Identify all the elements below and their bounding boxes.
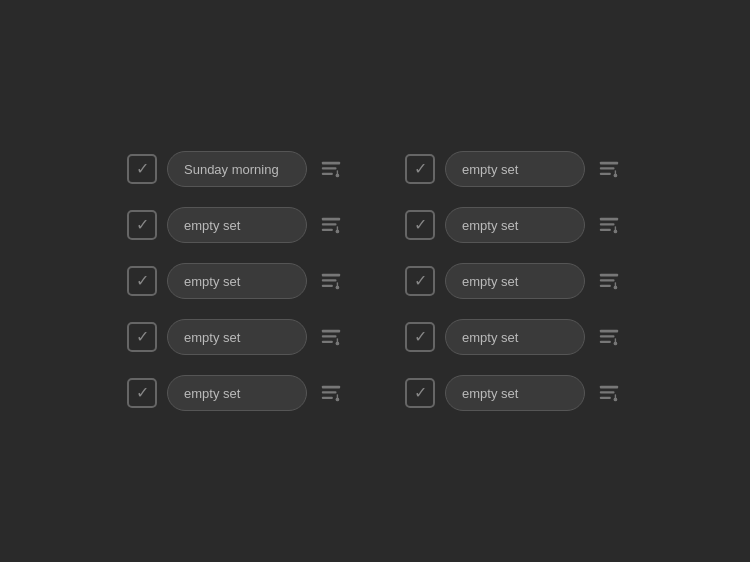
- label-field-4[interactable]: empty set: [445, 207, 585, 243]
- list-item-10: ✓ empty set: [405, 375, 623, 411]
- check-icon-1: ✓: [136, 161, 149, 177]
- svg-rect-35: [600, 330, 618, 333]
- svg-rect-7: [600, 173, 611, 175]
- label-text-10: empty set: [462, 386, 518, 401]
- svg-rect-21: [322, 279, 337, 281]
- svg-rect-22: [322, 285, 333, 287]
- label-text-7: empty set: [184, 330, 240, 345]
- edit-icon-4[interactable]: [595, 211, 623, 239]
- svg-rect-15: [600, 218, 618, 221]
- check-icon-4: ✓: [414, 217, 427, 233]
- list-item-2: ✓ empty set: [405, 151, 623, 187]
- checkbox-3[interactable]: ✓: [127, 210, 157, 240]
- checkbox-10[interactable]: ✓: [405, 378, 435, 408]
- list-item-1: ✓ Sunday morning: [127, 151, 345, 187]
- label-field-8[interactable]: empty set: [445, 319, 585, 355]
- list-item-9: ✓ empty set: [127, 375, 345, 411]
- svg-rect-37: [600, 341, 611, 343]
- svg-rect-25: [600, 274, 618, 277]
- svg-rect-0: [322, 162, 340, 165]
- checkbox-7[interactable]: ✓: [127, 322, 157, 352]
- edit-icon-1[interactable]: [317, 155, 345, 183]
- checkbox-6[interactable]: ✓: [405, 266, 435, 296]
- svg-rect-1: [322, 167, 337, 169]
- list-item-7: ✓ empty set: [127, 319, 345, 355]
- svg-rect-45: [600, 386, 618, 389]
- checkbox-4[interactable]: ✓: [405, 210, 435, 240]
- edit-icon-6[interactable]: [595, 267, 623, 295]
- check-icon-10: ✓: [414, 385, 427, 401]
- svg-rect-40: [322, 386, 340, 389]
- edit-icon-2[interactable]: [595, 155, 623, 183]
- edit-icon-8[interactable]: [595, 323, 623, 351]
- label-field-2[interactable]: empty set: [445, 151, 585, 187]
- list-item-4: ✓ empty set: [405, 207, 623, 243]
- svg-rect-2: [322, 173, 333, 175]
- svg-rect-20: [322, 274, 340, 277]
- svg-rect-32: [322, 341, 333, 343]
- label-text-1: Sunday morning: [184, 162, 279, 177]
- checkbox-5[interactable]: ✓: [127, 266, 157, 296]
- check-icon-7: ✓: [136, 329, 149, 345]
- svg-rect-47: [600, 397, 611, 399]
- list-item-8: ✓ empty set: [405, 319, 623, 355]
- checkbox-1[interactable]: ✓: [127, 154, 157, 184]
- label-text-8: empty set: [462, 330, 518, 345]
- list-item-5: ✓ empty set: [127, 263, 345, 299]
- label-field-9[interactable]: empty set: [167, 375, 307, 411]
- check-icon-9: ✓: [136, 385, 149, 401]
- label-field-10[interactable]: empty set: [445, 375, 585, 411]
- list-item-3: ✓ empty set: [127, 207, 345, 243]
- edit-icon-9[interactable]: [317, 379, 345, 407]
- label-field-5[interactable]: empty set: [167, 263, 307, 299]
- svg-rect-11: [322, 223, 337, 225]
- svg-rect-42: [322, 397, 333, 399]
- label-text-5: empty set: [184, 274, 240, 289]
- label-text-3: empty set: [184, 218, 240, 233]
- label-field-7[interactable]: empty set: [167, 319, 307, 355]
- svg-rect-6: [600, 167, 615, 169]
- label-text-2: empty set: [462, 162, 518, 177]
- label-text-6: empty set: [462, 274, 518, 289]
- checkbox-8[interactable]: ✓: [405, 322, 435, 352]
- svg-rect-41: [322, 391, 337, 393]
- label-field-6[interactable]: empty set: [445, 263, 585, 299]
- label-text-4: empty set: [462, 218, 518, 233]
- check-icon-2: ✓: [414, 161, 427, 177]
- list-item-6: ✓ empty set: [405, 263, 623, 299]
- label-field-1[interactable]: Sunday morning: [167, 151, 307, 187]
- check-icon-5: ✓: [136, 273, 149, 289]
- edit-icon-5[interactable]: [317, 267, 345, 295]
- svg-rect-17: [600, 229, 611, 231]
- label-field-3[interactable]: empty set: [167, 207, 307, 243]
- svg-rect-16: [600, 223, 615, 225]
- check-icon-3: ✓: [136, 217, 149, 233]
- svg-rect-36: [600, 335, 615, 337]
- label-text-9: empty set: [184, 386, 240, 401]
- checkbox-2[interactable]: ✓: [405, 154, 435, 184]
- svg-rect-26: [600, 279, 615, 281]
- svg-rect-30: [322, 330, 340, 333]
- svg-rect-10: [322, 218, 340, 221]
- svg-rect-5: [600, 162, 618, 165]
- check-icon-6: ✓: [414, 273, 427, 289]
- svg-rect-27: [600, 285, 611, 287]
- check-icon-8: ✓: [414, 329, 427, 345]
- svg-rect-31: [322, 335, 337, 337]
- main-grid: ✓ Sunday morning ✓ empty set: [87, 131, 663, 431]
- edit-icon-10[interactable]: [595, 379, 623, 407]
- edit-icon-7[interactable]: [317, 323, 345, 351]
- edit-icon-3[interactable]: [317, 211, 345, 239]
- checkbox-9[interactable]: ✓: [127, 378, 157, 408]
- svg-rect-46: [600, 391, 615, 393]
- svg-rect-12: [322, 229, 333, 231]
